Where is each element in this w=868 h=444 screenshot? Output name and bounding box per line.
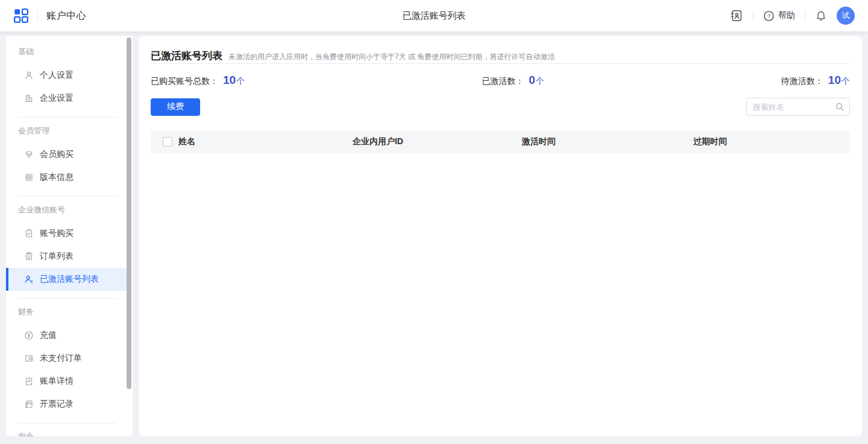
version-icon xyxy=(24,173,34,182)
wallet-icon xyxy=(24,354,34,363)
section-title: 已激活账号列表 xyxy=(151,49,222,63)
topbar-right: ? 帮助 试 xyxy=(730,7,855,25)
sidebar-item-invoice-records[interactable]: 开票记录 xyxy=(6,393,127,416)
sidebar-item-label: 账单详情 xyxy=(40,376,74,387)
table-header-user-id: 企业内用户ID xyxy=(298,136,459,147)
sidebar-item-label: 未支付订单 xyxy=(40,353,82,364)
action-row: 续费 xyxy=(151,98,850,116)
sidebar-item-label: 账号购买 xyxy=(40,228,74,239)
sidebar-item-unpaid-orders[interactable]: 未支付订单 xyxy=(6,347,127,370)
order-list-icon xyxy=(24,252,34,261)
table-body-empty xyxy=(151,153,850,334)
stat-value: 10 xyxy=(828,74,841,87)
divider xyxy=(18,196,116,197)
sidebar-item-order-list[interactable]: 订单列表 xyxy=(6,245,127,268)
sidebar-item-label: 开票记录 xyxy=(40,399,74,410)
stat-total-purchased: 已购买账号总数： 10 个 xyxy=(151,74,245,87)
stat-unit: 个 xyxy=(236,76,245,87)
diamond-icon xyxy=(24,150,34,159)
stat-value: 10 xyxy=(223,74,236,87)
search-input[interactable] xyxy=(753,103,835,112)
stat-label: 已激活数： xyxy=(482,76,524,87)
stat-value: 0 xyxy=(529,74,535,87)
bill-icon xyxy=(24,376,34,386)
sidebar-item-bill-details[interactable]: 账单详情 xyxy=(6,370,127,393)
sidebar-item-account-purchase[interactable]: 账号购买 xyxy=(6,222,127,245)
table-header-row: 姓名 企业内用户ID 激活时间 过期时间 xyxy=(151,130,850,153)
sidebar: 基础 个人设置 企业设置 会员管理 会员购买 版本 xyxy=(6,36,133,436)
app-grid-icon[interactable] xyxy=(13,8,29,24)
stat-pending-activation: 待激活数： 10 个 xyxy=(781,74,850,87)
sidebar-item-label: 充值 xyxy=(40,330,57,341)
sidebar-item-recharge[interactable]: 充值 xyxy=(6,324,127,347)
divider xyxy=(18,298,116,299)
sidebar-item-label: 版本信息 xyxy=(40,172,74,183)
building-icon xyxy=(24,94,34,103)
sidebar-scrollbar[interactable] xyxy=(127,37,131,389)
accounts-table: 姓名 企业内用户ID 激活时间 过期时间 xyxy=(151,130,850,334)
sidebar-item-personal-settings[interactable]: 个人设置 xyxy=(6,64,127,87)
stat-label: 待激活数： xyxy=(781,76,823,87)
table-header-activation-time: 激活时间 xyxy=(458,136,619,147)
sidebar-section-basic: 基础 xyxy=(18,46,133,58)
divider xyxy=(151,63,850,64)
stats-bar: 已购买账号总数： 10 个 已激活数： 0 个 待激活数： 10 个 xyxy=(151,71,850,89)
sidebar-item-label: 订单列表 xyxy=(40,251,74,262)
sidebar-section-finance: 财务 xyxy=(18,306,133,318)
table-header-name: 姓名 xyxy=(151,136,298,147)
user-icon xyxy=(24,71,34,80)
sidebar-item-activated-accounts[interactable]: 已激活账号列表 xyxy=(6,268,127,291)
help-label: 帮助 xyxy=(778,10,795,21)
stat-activated: 已激活数： 0 个 xyxy=(482,74,544,87)
help-button[interactable]: ? 帮助 xyxy=(763,10,795,22)
sidebar-item-label: 已激活账号列表 xyxy=(40,274,99,285)
stat-unit: 个 xyxy=(536,76,544,87)
contacts-icon[interactable] xyxy=(730,9,743,22)
sidebar-item-label: 个人设置 xyxy=(40,70,74,81)
svg-text:?: ? xyxy=(767,12,771,19)
search-icon[interactable] xyxy=(835,102,844,112)
user-list-icon xyxy=(24,274,34,284)
help-icon: ? xyxy=(763,10,775,22)
sidebar-section-wecom-account: 企业微信账号 xyxy=(18,204,133,216)
stat-label: 已购买账号总数： xyxy=(151,76,218,87)
divider xyxy=(18,117,116,118)
sidebar-item-label: 会员购买 xyxy=(40,149,74,160)
stat-unit: 个 xyxy=(841,76,850,87)
main-header: 已激活账号列表 未激活的用户进入应用时，当免费使用时间小于等于7天 或 免费使用… xyxy=(151,36,850,63)
sidebar-section-security: 安全 xyxy=(18,431,133,436)
renew-button[interactable]: 续费 xyxy=(151,98,200,116)
main-panel: 已激活账号列表 未激活的用户进入应用时，当免费使用时间小于等于7天 或 免费使用… xyxy=(139,36,862,436)
yuan-circle-icon xyxy=(24,331,34,340)
avatar[interactable]: 试 xyxy=(837,7,855,25)
column-header: 姓名 xyxy=(178,136,195,147)
divider xyxy=(37,11,38,21)
clipboard-check-icon xyxy=(24,229,34,238)
sidebar-item-version-info[interactable]: 版本信息 xyxy=(6,166,127,189)
invoice-icon xyxy=(24,399,34,409)
search-box xyxy=(746,98,850,116)
divider xyxy=(18,423,116,423)
divider xyxy=(753,11,753,21)
sidebar-item-label: 企业设置 xyxy=(40,93,74,104)
topbar: 账户中心 已激活账号列表 ? 帮助 xyxy=(0,0,868,31)
table-header-expiry-time: 过期时间 xyxy=(619,136,801,147)
section-subtitle: 未激活的用户进入应用时，当免费使用时间小于等于7天 或 免费使用时间已到期，将进… xyxy=(228,52,555,62)
divider xyxy=(805,11,805,21)
sidebar-item-member-purchase[interactable]: 会员购买 xyxy=(6,143,127,166)
sidebar-item-enterprise-settings[interactable]: 企业设置 xyxy=(6,87,127,110)
sidebar-section-membership: 会员管理 xyxy=(18,125,133,137)
select-all-checkbox[interactable] xyxy=(163,137,172,147)
topbar-left: 账户中心 xyxy=(13,8,86,24)
app-title: 账户中心 xyxy=(46,10,86,22)
notification-bell-icon[interactable] xyxy=(815,10,827,22)
